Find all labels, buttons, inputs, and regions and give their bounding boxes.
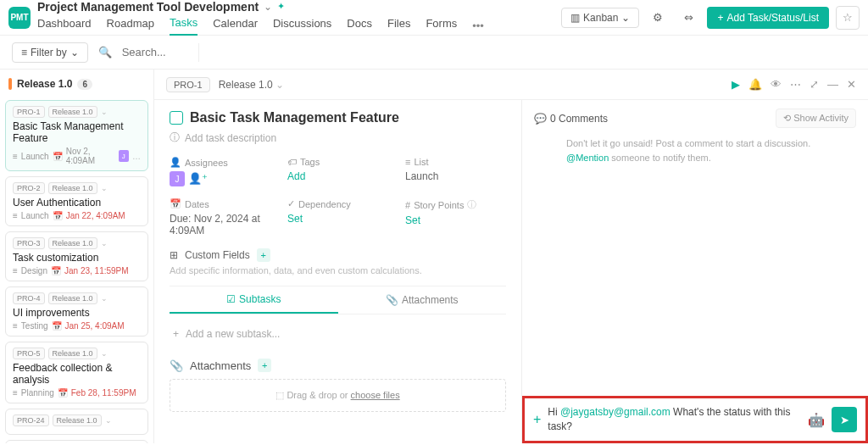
task-title: UI improvements — [13, 307, 141, 319]
list-icon: ≡ — [405, 157, 410, 167]
tab-tasks[interactable]: Tasks — [170, 16, 198, 36]
tab-discussions[interactable]: Discussions — [273, 17, 331, 35]
breadcrumb-release[interactable]: Release 1.0 ⌄ — [219, 79, 284, 91]
send-icon: ➤ — [840, 414, 849, 426]
project-title[interactable]: Project Management Tool Development — [37, 0, 259, 14]
task-release-badge: Release 1.0 — [48, 348, 97, 359]
checkbox-icon[interactable] — [170, 111, 183, 125]
list-value[interactable]: Launch — [405, 170, 506, 182]
hash-icon: # — [405, 200, 410, 210]
chevron-down-icon: ⌄ — [275, 79, 284, 91]
release-label: Release 1.0 — [17, 78, 72, 90]
tab-docs[interactable]: Docs — [347, 17, 372, 35]
storypoints-set[interactable]: Set — [405, 214, 506, 226]
add-new-task-button[interactable]: Add a new task — [5, 440, 148, 443]
comment-placeholder-hint: Don't let it go unsaid! Post a comment t… — [522, 136, 868, 164]
task-release-badge: Release 1.0 — [48, 182, 97, 194]
task-card[interactable]: PRO-5Release 1.0⌄ Feedback collection & … — [5, 342, 148, 403]
plus-icon: + — [717, 12, 723, 24]
search-input[interactable] — [122, 46, 190, 58]
add-attachment-button[interactable]: + — [258, 359, 271, 372]
send-button[interactable]: ➤ — [832, 407, 857, 432]
sparkle-icon[interactable]: ✦ — [277, 1, 285, 12]
bell-icon[interactable]: 🔔 — [748, 78, 762, 91]
breadcrumb-id[interactable]: PRO-1 — [166, 77, 210, 92]
mention-chip[interactable]: @jaygatsby@gmail.com — [560, 406, 670, 418]
gear-icon[interactable]: ⚙ — [646, 6, 670, 30]
task-id-badge: PRO-24 — [13, 414, 49, 426]
chevron-down-icon[interactable]: ⌄ — [101, 184, 108, 192]
task-card[interactable]: PRO-3Release 1.0⌄ Task customization ≡ D… — [5, 231, 148, 281]
expand-icon[interactable]: ⤢ — [810, 78, 819, 91]
close-icon[interactable]: ✕ — [847, 78, 856, 91]
tab-dashboard[interactable]: Dashboard — [37, 17, 92, 35]
filter-button[interactable]: ≡ Filter by ⌄ — [12, 42, 88, 63]
subtab-subtasks[interactable]: ☑ Subtasks — [170, 286, 338, 314]
activity-icon: ⟲ — [783, 113, 791, 123]
tab-calendar[interactable]: Calendar — [213, 17, 258, 35]
show-activity-button[interactable]: ⟲ Show Activity — [776, 108, 856, 128]
chevron-down-icon: ⌄ — [70, 47, 79, 58]
subtab-attachments[interactable]: 📎 Attachments — [338, 286, 507, 314]
calendar-icon: 📅 — [58, 388, 68, 398]
release-count-badge: 6 — [77, 79, 92, 90]
robot-icon[interactable]: 🤖 — [808, 412, 825, 428]
dates-value[interactable]: Due: Nov 2, 2024 at 4:09AM — [170, 213, 270, 236]
add-attachment-icon[interactable]: + — [533, 412, 541, 427]
chevron-down-icon[interactable]: ⌄ — [101, 294, 108, 303]
upload-icon: ⬚ — [275, 390, 284, 400]
list-icon: ≡ — [13, 388, 18, 398]
storypoints-label: # Story Pointsⓘ — [405, 198, 506, 211]
task-title: Basic Task Management Feature — [13, 120, 141, 144]
share-icon[interactable]: ⇔ — [676, 6, 700, 30]
mention-link[interactable]: @Mention — [566, 153, 609, 163]
view-kanban-button[interactable]: ▥ Kanban ⌄ — [561, 8, 639, 28]
task-heading[interactable]: Basic Task Management Feature — [190, 110, 399, 125]
plus-icon: + — [173, 328, 179, 340]
release-header[interactable]: Release 1.0 6 — [5, 73, 148, 95]
task-release-badge: Release 1.0 — [53, 414, 102, 426]
add-task-button[interactable]: + Add Task/Status/List — [707, 7, 829, 29]
more-tabs-icon[interactable]: ••• — [472, 19, 484, 32]
avatar[interactable]: J — [170, 171, 185, 186]
calendar-icon: 📅 — [170, 198, 181, 209]
app-logo[interactable]: PMT — [8, 7, 31, 29]
add-subtask-button[interactable]: + Add a new subtask... — [170, 321, 506, 347]
comment-input[interactable]: Hi @jaygatsby@gmail.com What's the statu… — [548, 405, 801, 434]
add-custom-field-button[interactable]: + — [257, 248, 270, 262]
dates-label: 📅 Dates — [170, 198, 270, 209]
chevron-down-icon[interactable]: ⌄ — [101, 349, 108, 358]
tab-forms[interactable]: Forms — [426, 17, 457, 35]
task-title: User Authentication — [13, 197, 141, 209]
task-card[interactable]: PRO-2Release 1.0⌄ User Authentication ≡ … — [5, 176, 148, 226]
chevron-down-icon[interactable]: ⌄ — [101, 108, 108, 116]
tags-add[interactable]: Add — [287, 170, 388, 182]
minimize-icon[interactable]: — — [827, 78, 838, 91]
list-icon: ≡ — [13, 266, 18, 275]
dependency-set[interactable]: Set — [287, 213, 388, 225]
calendar-icon: 📅 — [53, 152, 63, 161]
chevron-down-icon[interactable]: ⌄ — [105, 416, 112, 425]
task-id-badge: PRO-2 — [13, 182, 45, 194]
user-icon: 👤 — [170, 157, 181, 168]
chevron-down-icon[interactable]: ⌄ — [264, 1, 272, 13]
list-icon: ≡ — [13, 152, 18, 161]
task-card[interactable]: PRO-4Release 1.0⌄ UI improvements ≡ Test… — [5, 286, 148, 337]
add-description[interactable]: ⓘ Add task description — [170, 131, 506, 145]
task-card[interactable]: PRO-1Release 1.0⌄ Basic Task Management … — [5, 100, 148, 171]
attachment-dropzone[interactable]: ⬚ Drag & drop or choose files — [170, 379, 506, 412]
star-icon[interactable]: ☆ — [836, 6, 860, 30]
tab-roadmap[interactable]: Roadmap — [107, 17, 154, 35]
play-icon[interactable]: ▶ — [732, 78, 740, 91]
tab-files[interactable]: Files — [387, 17, 410, 35]
chevron-down-icon[interactable]: ⌄ — [101, 239, 108, 248]
more-icon[interactable]: ⋯ — [790, 78, 801, 91]
help-icon[interactable]: ⓘ — [467, 198, 476, 211]
check-icon: ✓ — [287, 198, 295, 209]
add-assignee-icon[interactable]: 👤⁺ — [188, 172, 208, 185]
choose-files-link[interactable]: choose files — [351, 390, 400, 400]
eye-icon[interactable]: 👁 — [771, 78, 782, 91]
avatar: J — [119, 150, 129, 162]
task-card[interactable]: PRO-24Release 1.0⌄ — [5, 409, 148, 435]
task-id-badge: PRO-5 — [13, 348, 45, 359]
